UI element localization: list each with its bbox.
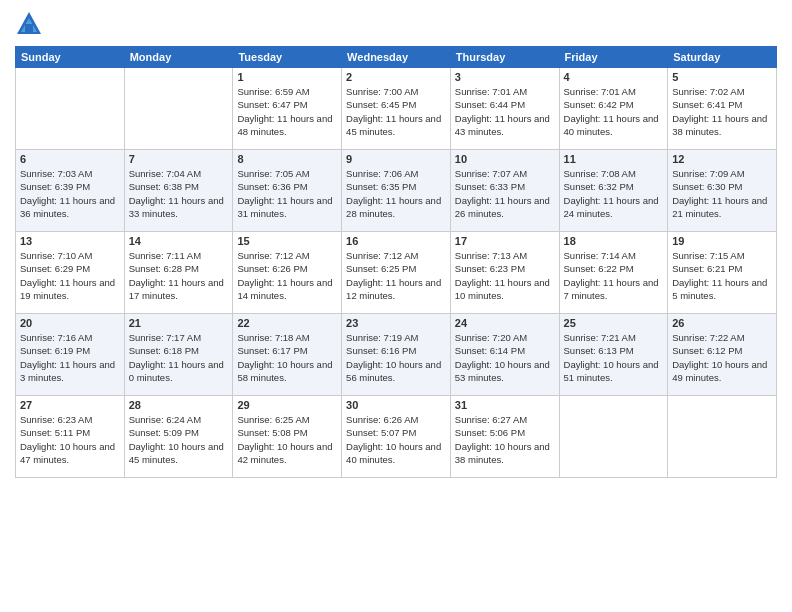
header-row: SundayMondayTuesdayWednesdayThursdayFrid… <box>16 47 777 68</box>
cell-content: Sunrise: 7:15 AM Sunset: 6:21 PM Dayligh… <box>672 249 772 302</box>
calendar-cell: 30Sunrise: 6:26 AM Sunset: 5:07 PM Dayli… <box>342 396 451 478</box>
cell-content: Sunrise: 7:22 AM Sunset: 6:12 PM Dayligh… <box>672 331 772 384</box>
cell-content: Sunrise: 7:06 AM Sunset: 6:35 PM Dayligh… <box>346 167 446 220</box>
weekday-header: Thursday <box>450 47 559 68</box>
day-number: 13 <box>20 235 120 247</box>
calendar-cell: 4Sunrise: 7:01 AM Sunset: 6:42 PM Daylig… <box>559 68 668 150</box>
calendar-cell: 23Sunrise: 7:19 AM Sunset: 6:16 PM Dayli… <box>342 314 451 396</box>
day-number: 10 <box>455 153 555 165</box>
day-number: 22 <box>237 317 337 329</box>
cell-content: Sunrise: 6:26 AM Sunset: 5:07 PM Dayligh… <box>346 413 446 466</box>
cell-content: Sunrise: 6:59 AM Sunset: 6:47 PM Dayligh… <box>237 85 337 138</box>
cell-content: Sunrise: 7:02 AM Sunset: 6:41 PM Dayligh… <box>672 85 772 138</box>
calendar-cell <box>124 68 233 150</box>
cell-content: Sunrise: 7:13 AM Sunset: 6:23 PM Dayligh… <box>455 249 555 302</box>
calendar-cell: 7Sunrise: 7:04 AM Sunset: 6:38 PM Daylig… <box>124 150 233 232</box>
calendar-cell: 15Sunrise: 7:12 AM Sunset: 6:26 PM Dayli… <box>233 232 342 314</box>
cell-content: Sunrise: 7:04 AM Sunset: 6:38 PM Dayligh… <box>129 167 229 220</box>
svg-rect-2 <box>25 24 33 32</box>
calendar-week-row: 6Sunrise: 7:03 AM Sunset: 6:39 PM Daylig… <box>16 150 777 232</box>
day-number: 6 <box>20 153 120 165</box>
calendar-cell: 22Sunrise: 7:18 AM Sunset: 6:17 PM Dayli… <box>233 314 342 396</box>
weekday-header: Saturday <box>668 47 777 68</box>
cell-content: Sunrise: 7:01 AM Sunset: 6:44 PM Dayligh… <box>455 85 555 138</box>
cell-content: Sunrise: 7:09 AM Sunset: 6:30 PM Dayligh… <box>672 167 772 220</box>
calendar-cell: 11Sunrise: 7:08 AM Sunset: 6:32 PM Dayli… <box>559 150 668 232</box>
cell-content: Sunrise: 7:17 AM Sunset: 6:18 PM Dayligh… <box>129 331 229 384</box>
calendar-cell: 20Sunrise: 7:16 AM Sunset: 6:19 PM Dayli… <box>16 314 125 396</box>
calendar-cell: 21Sunrise: 7:17 AM Sunset: 6:18 PM Dayli… <box>124 314 233 396</box>
calendar-week-row: 27Sunrise: 6:23 AM Sunset: 5:11 PM Dayli… <box>16 396 777 478</box>
day-number: 8 <box>237 153 337 165</box>
day-number: 2 <box>346 71 446 83</box>
day-number: 15 <box>237 235 337 247</box>
calendar-cell: 19Sunrise: 7:15 AM Sunset: 6:21 PM Dayli… <box>668 232 777 314</box>
cell-content: Sunrise: 7:07 AM Sunset: 6:33 PM Dayligh… <box>455 167 555 220</box>
day-number: 28 <box>129 399 229 411</box>
logo-icon <box>15 10 43 38</box>
day-number: 4 <box>564 71 664 83</box>
calendar-week-row: 13Sunrise: 7:10 AM Sunset: 6:29 PM Dayli… <box>16 232 777 314</box>
day-number: 14 <box>129 235 229 247</box>
calendar-cell: 16Sunrise: 7:12 AM Sunset: 6:25 PM Dayli… <box>342 232 451 314</box>
day-number: 24 <box>455 317 555 329</box>
calendar-table: SundayMondayTuesdayWednesdayThursdayFrid… <box>15 46 777 478</box>
cell-content: Sunrise: 7:16 AM Sunset: 6:19 PM Dayligh… <box>20 331 120 384</box>
cell-content: Sunrise: 7:00 AM Sunset: 6:45 PM Dayligh… <box>346 85 446 138</box>
cell-content: Sunrise: 7:03 AM Sunset: 6:39 PM Dayligh… <box>20 167 120 220</box>
day-number: 17 <box>455 235 555 247</box>
calendar-cell: 3Sunrise: 7:01 AM Sunset: 6:44 PM Daylig… <box>450 68 559 150</box>
calendar-cell <box>16 68 125 150</box>
cell-content: Sunrise: 7:21 AM Sunset: 6:13 PM Dayligh… <box>564 331 664 384</box>
calendar-cell: 17Sunrise: 7:13 AM Sunset: 6:23 PM Dayli… <box>450 232 559 314</box>
cell-content: Sunrise: 7:12 AM Sunset: 6:26 PM Dayligh… <box>237 249 337 302</box>
weekday-header: Monday <box>124 47 233 68</box>
day-number: 5 <box>672 71 772 83</box>
calendar-cell: 18Sunrise: 7:14 AM Sunset: 6:22 PM Dayli… <box>559 232 668 314</box>
cell-content: Sunrise: 7:14 AM Sunset: 6:22 PM Dayligh… <box>564 249 664 302</box>
day-number: 12 <box>672 153 772 165</box>
calendar-cell: 31Sunrise: 6:27 AM Sunset: 5:06 PM Dayli… <box>450 396 559 478</box>
calendar-cell: 2Sunrise: 7:00 AM Sunset: 6:45 PM Daylig… <box>342 68 451 150</box>
calendar-cell: 24Sunrise: 7:20 AM Sunset: 6:14 PM Dayli… <box>450 314 559 396</box>
calendar-week-row: 20Sunrise: 7:16 AM Sunset: 6:19 PM Dayli… <box>16 314 777 396</box>
day-number: 31 <box>455 399 555 411</box>
calendar-cell: 29Sunrise: 6:25 AM Sunset: 5:08 PM Dayli… <box>233 396 342 478</box>
calendar-cell: 12Sunrise: 7:09 AM Sunset: 6:30 PM Dayli… <box>668 150 777 232</box>
cell-content: Sunrise: 6:27 AM Sunset: 5:06 PM Dayligh… <box>455 413 555 466</box>
cell-content: Sunrise: 6:23 AM Sunset: 5:11 PM Dayligh… <box>20 413 120 466</box>
calendar-cell: 25Sunrise: 7:21 AM Sunset: 6:13 PM Dayli… <box>559 314 668 396</box>
cell-content: Sunrise: 7:05 AM Sunset: 6:36 PM Dayligh… <box>237 167 337 220</box>
calendar-cell <box>668 396 777 478</box>
calendar-cell: 5Sunrise: 7:02 AM Sunset: 6:41 PM Daylig… <box>668 68 777 150</box>
weekday-header: Wednesday <box>342 47 451 68</box>
cell-content: Sunrise: 7:18 AM Sunset: 6:17 PM Dayligh… <box>237 331 337 384</box>
cell-content: Sunrise: 7:20 AM Sunset: 6:14 PM Dayligh… <box>455 331 555 384</box>
day-number: 26 <box>672 317 772 329</box>
calendar-cell: 8Sunrise: 7:05 AM Sunset: 6:36 PM Daylig… <box>233 150 342 232</box>
calendar-cell: 10Sunrise: 7:07 AM Sunset: 6:33 PM Dayli… <box>450 150 559 232</box>
day-number: 3 <box>455 71 555 83</box>
calendar-cell: 14Sunrise: 7:11 AM Sunset: 6:28 PM Dayli… <box>124 232 233 314</box>
cell-content: Sunrise: 7:12 AM Sunset: 6:25 PM Dayligh… <box>346 249 446 302</box>
day-number: 9 <box>346 153 446 165</box>
day-number: 19 <box>672 235 772 247</box>
day-number: 23 <box>346 317 446 329</box>
day-number: 16 <box>346 235 446 247</box>
calendar-cell: 28Sunrise: 6:24 AM Sunset: 5:09 PM Dayli… <box>124 396 233 478</box>
cell-content: Sunrise: 7:11 AM Sunset: 6:28 PM Dayligh… <box>129 249 229 302</box>
calendar-cell: 1Sunrise: 6:59 AM Sunset: 6:47 PM Daylig… <box>233 68 342 150</box>
day-number: 1 <box>237 71 337 83</box>
cell-content: Sunrise: 7:01 AM Sunset: 6:42 PM Dayligh… <box>564 85 664 138</box>
calendar-page: SundayMondayTuesdayWednesdayThursdayFrid… <box>0 0 792 488</box>
calendar-cell <box>559 396 668 478</box>
cell-content: Sunrise: 7:08 AM Sunset: 6:32 PM Dayligh… <box>564 167 664 220</box>
weekday-header: Tuesday <box>233 47 342 68</box>
calendar-cell: 6Sunrise: 7:03 AM Sunset: 6:39 PM Daylig… <box>16 150 125 232</box>
header <box>15 10 777 38</box>
calendar-cell: 26Sunrise: 7:22 AM Sunset: 6:12 PM Dayli… <box>668 314 777 396</box>
calendar-week-row: 1Sunrise: 6:59 AM Sunset: 6:47 PM Daylig… <box>16 68 777 150</box>
day-number: 29 <box>237 399 337 411</box>
cell-content: Sunrise: 7:19 AM Sunset: 6:16 PM Dayligh… <box>346 331 446 384</box>
calendar-cell: 9Sunrise: 7:06 AM Sunset: 6:35 PM Daylig… <box>342 150 451 232</box>
